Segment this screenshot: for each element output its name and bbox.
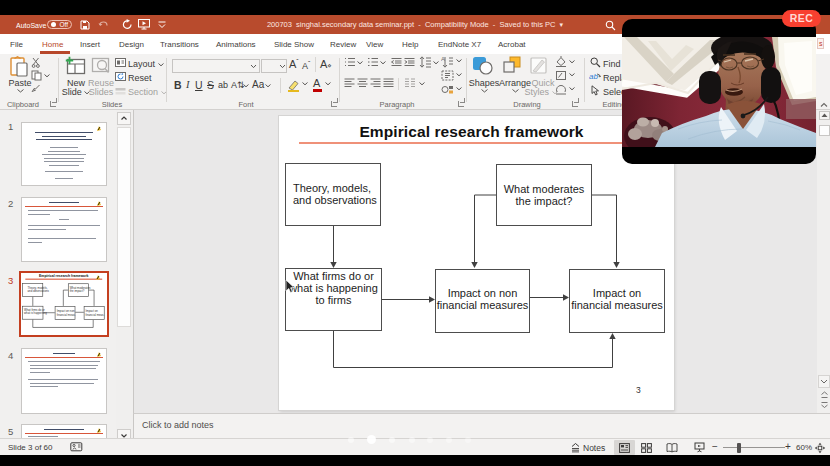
svg-text:ab: ab — [589, 72, 598, 81]
svg-text:A: A — [441, 56, 445, 62]
